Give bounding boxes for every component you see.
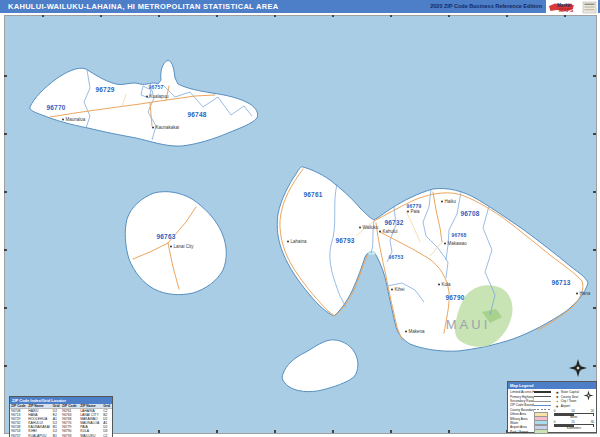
legend-item-label: State Capital — [561, 390, 579, 394]
legend-title: Map Legend — [508, 382, 596, 389]
legend-compass-icon — [583, 390, 594, 401]
scale-tick-value: 10 — [571, 410, 574, 413]
scale-tick-value: 30 — [591, 421, 594, 424]
logo-word-bottom: MAPS — [559, 7, 574, 13]
legend-item-label: Park / Forest — [510, 430, 534, 434]
zip-index-row: 96753KIHEID2 — [10, 429, 61, 433]
legend-item-label: Primary Highway — [510, 395, 534, 399]
zip-index-column-header: Grid — [52, 404, 61, 409]
legend-line-sample-icon — [534, 409, 551, 410]
zip-index-box: ZIP Code Index/Grid Locator ZIP CodeZIP … — [9, 396, 113, 437]
map-legend-box: Map Legend Limited Access HwyPrimary Hig… — [507, 381, 597, 433]
zip-index-cell: WAILUKU — [79, 434, 102, 437]
zip-index-cell: KUALAPUU — [27, 434, 51, 437]
marketmaps-logo-graphic: Market MAPS — [546, 1, 598, 14]
legend-line-sample-icon — [534, 401, 551, 402]
zip-index-cell: C2 — [102, 434, 112, 437]
zip-index-title: ZIP Code Index/Grid Locator — [10, 397, 112, 404]
legend-item-label: Limited Access Hwy — [510, 390, 534, 394]
legend-item-label: Airport Area — [510, 425, 534, 429]
zip-index-column-header: ZIP Code — [61, 404, 79, 409]
scale-bar: 01530Kilometers — [554, 421, 594, 430]
legend-item-label: ZIP Code Boundary — [510, 403, 534, 407]
legend-item-label: Urban Area — [510, 412, 534, 416]
legend-item-label: Airport — [561, 404, 570, 408]
zip-index-column-header: ZIP Code — [10, 404, 27, 409]
scale-tick-value: 0 — [554, 421, 556, 424]
scale-unit-label: Kilometers — [554, 427, 594, 430]
legend-line-sample-icon — [534, 391, 551, 393]
legend-item-label: County Seat — [561, 395, 579, 399]
scale-unit-label: Miles — [554, 416, 594, 419]
zip-index-cell: 96793 — [61, 434, 79, 437]
legend-area-swatch-icon — [534, 429, 548, 434]
legend-symbol-icon: ✈ — [554, 404, 561, 409]
scale-tick-value: 20 — [591, 410, 594, 413]
legend-line-sample-icon — [534, 405, 551, 406]
legend-item-label: Military Area — [510, 417, 534, 421]
zip-index-table: ZIP CodeZIP NameGrid96708HAIKUD296713HAN… — [10, 404, 61, 437]
zip-index-cell: B1 — [52, 434, 61, 437]
zip-index-table: ZIP CodeZIP NameGrid96761LAHAINAC296763L… — [61, 404, 112, 437]
edition-subtitle: 2020 ZIP Code Business Reference Edition — [430, 0, 542, 13]
legend-item-label: City / Town — [561, 399, 577, 403]
title-bar: KAHULUI-WAILUKU-LAHAINA, HI METROPOLITAN… — [0, 0, 600, 13]
scale-bar: 01020Miles — [554, 410, 594, 419]
legend-line-sample-icon — [534, 396, 551, 397]
zip-index-cell: 96757 — [10, 434, 27, 437]
zip-index-row: 96793WAILUKUC2 — [61, 434, 112, 437]
lanai-island — [125, 192, 226, 295]
scale-tick-value: 15 — [571, 421, 574, 424]
legend-item-label: County Boundary — [510, 408, 534, 412]
map-page: KAHULUI-WAILUKU-LAHAINA, HI METROPOLITAN… — [0, 0, 600, 437]
scale-tick-value: 0 — [554, 410, 556, 413]
kahoolawe-island — [282, 340, 358, 392]
legend-item-label: Water — [510, 421, 534, 425]
legend-symbol-item: ✈Airport — [554, 404, 594, 409]
legend-area-item: Park / Forest — [510, 430, 554, 434]
zip-index-row: 96790KULAD3 — [61, 429, 112, 433]
page-title: KAHULUI-WAILUKU-LAHAINA, HI METROPOLITAN… — [8, 0, 278, 13]
publisher-logo: Market MAPS — [546, 0, 598, 13]
islands-map — [4, 15, 597, 434]
compass-rose-icon — [569, 359, 587, 377]
kealia-pond — [368, 251, 376, 255]
legend-item-label: Secondary Road — [510, 399, 534, 403]
zip-index-row: 96757KUALAPUUB1 — [10, 434, 61, 437]
